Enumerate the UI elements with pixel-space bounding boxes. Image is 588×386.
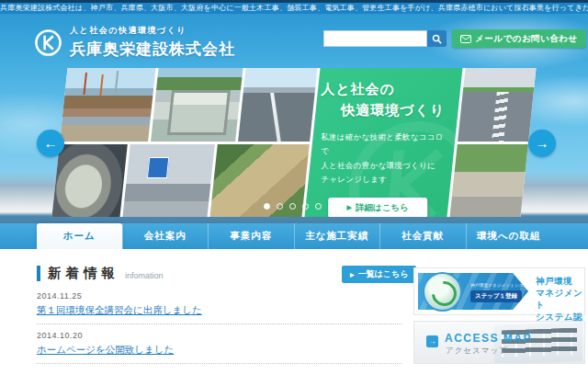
news-link[interactable]: 第１回環境保全講習会に出席しました — [37, 304, 202, 317]
news-link[interactable]: ホームページを公開致しました — [37, 344, 174, 357]
topbar-description: 兵庫奥栄建設株式会社は、神戸市、兵庫県、大阪市、大阪府を中心に一般土木工事、舗装… — [0, 3, 588, 14]
contact-button[interactable]: メールでのお問い合わせ — [452, 29, 586, 48]
carousel-prev-button[interactable]: ← — [37, 130, 64, 157]
logo-k-icon — [34, 28, 62, 57]
access-arrow-icon: → — [426, 335, 438, 347]
page: 兵庫奥栄建設株式会社は、神戸市、兵庫県、大阪市、大阪府を中心に一般土木工事、舗装… — [0, 0, 588, 386]
carousel-dot-5[interactable] — [315, 203, 322, 210]
arrow-left-icon: ← — [44, 135, 58, 151]
carousel-next-button[interactable]: → — [528, 130, 556, 157]
company-tagline: 人と社会の快適環境づくり — [70, 25, 235, 37]
hero-slide-panel: 人と社会の 快適環境づくり 私達は確かな技術と柔軟なココロで 人と社会の豊かな環… — [304, 68, 462, 217]
carousel-photo-harbor-crane — [51, 68, 155, 142]
news-list-button-label: 一覧はこちら — [358, 268, 409, 280]
nav-tab-environment[interactable]: 環境への取組 — [466, 223, 552, 249]
play-arrow-icon: ▶ — [350, 271, 355, 278]
mail-icon — [460, 35, 471, 43]
company-logo[interactable]: 人と社会の快適環境づくり 兵庫奥栄建設株式会社 — [34, 25, 235, 60]
search-input[interactable] — [323, 30, 427, 47]
carousel-photo-underpass-road — [122, 144, 214, 217]
play-arrow-icon: ▶ — [347, 204, 352, 211]
search-icon — [432, 34, 442, 44]
news-list: 2014.11.25 第１回環境保全講習会に出席しました 2014.10.20 … — [37, 291, 401, 370]
nav-tab-home[interactable]: ホーム — [37, 223, 122, 249]
carousel-photo-canal-weir — [151, 68, 243, 142]
news-item: 2014.10.20 ホームページを公開致しました — [37, 331, 401, 364]
carousel-photo-city-street — [458, 68, 536, 142]
news-date: 2014.10.20 — [37, 331, 401, 340]
hero-body: 私達は確かな技術と柔軟なココロで 人と社会の豊かな環境づくりに チャレンジします — [321, 131, 449, 187]
nav-tab-company[interactable]: 会社案内 — [122, 223, 209, 249]
kems-step-label: ステップ１登録 — [470, 290, 522, 302]
news-item: 2014.11.25 第１回環境保全講習会に出席しました — [37, 291, 401, 324]
carousel-dots — [264, 203, 322, 210]
news-list-button[interactable]: ▶ 一覧はこちら — [342, 266, 416, 283]
kems-certification-banner[interactable]: 神戸環境マネジメントシステム ステップ１登録 神戸環境 マネジメント システム認… — [413, 267, 585, 315]
carousel-dot-3[interactable] — [289, 203, 296, 210]
news-title: 新着情報 — [48, 265, 119, 282]
carousel-dot-4[interactable] — [302, 203, 309, 210]
hero-carousel: 人と社会の 快適環境づくり 私達は確かな技術と柔軟なココロで 人と社会の豊かな環… — [51, 68, 536, 217]
news-date: 2014.11.25 — [37, 291, 401, 301]
search-button[interactable] — [427, 30, 447, 47]
hero-title-line2: 快適環境づくり — [341, 102, 449, 119]
kems-system-small-text: 神戸環境マネジメントシステム — [470, 282, 533, 288]
nav-tab-works[interactable]: 主な施工実績 — [294, 223, 380, 249]
hero-title-line1: 人と社会の — [321, 81, 449, 98]
access-map-title: ACCESS MAP — [445, 332, 532, 345]
carousel-dot-1[interactable] — [264, 203, 270, 210]
carousel-photo-tunnel — [51, 144, 127, 217]
news-heading: 新着情報 infomation — [37, 265, 164, 282]
hero-detail-button[interactable]: ▶ 詳細はこちら — [328, 198, 427, 217]
kems-badge-icon — [423, 272, 462, 312]
arrow-right-icon: → — [536, 135, 549, 151]
news-subtitle: infomation — [125, 271, 164, 280]
main-navigation: ホーム 会社案内 事業内容 主な施工実績 社会貢献 環境への取組 — [0, 223, 588, 249]
nav-tab-business[interactable]: 事業内容 — [208, 223, 294, 249]
contact-button-label: メールでのお問い合わせ — [475, 33, 578, 45]
hero-detail-label: 詳細はこちら — [356, 202, 409, 214]
access-map-subtitle: アクセスマップ — [446, 346, 508, 357]
company-name: 兵庫奥栄建設株式会社 — [70, 39, 235, 60]
carousel-photo-highway — [238, 68, 317, 142]
nav-tab-contribution[interactable]: 社会貢献 — [379, 223, 466, 249]
heading-accent-bar — [37, 266, 40, 281]
access-map-banner[interactable]: → ACCESS MAP アクセスマップ — [413, 321, 585, 364]
carousel-dot-2[interactable] — [277, 203, 283, 210]
